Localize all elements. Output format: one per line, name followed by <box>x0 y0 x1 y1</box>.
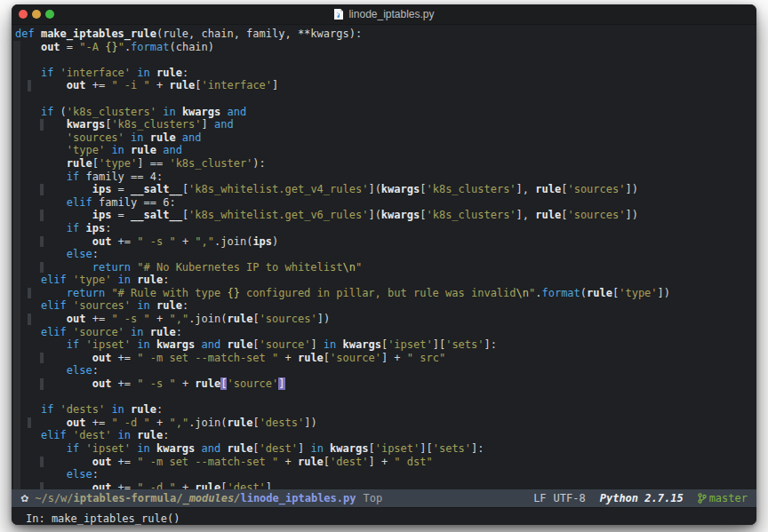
window-title: linode_iptables.py <box>348 8 434 20</box>
eldoc-hint: In: make_iptables_rule() <box>26 512 180 525</box>
code-line[interactable]: 'type' in rule and <box>12 144 756 157</box>
major-mode-label: Python 2.7.15 <box>600 492 684 504</box>
code-line[interactable]: else: <box>12 364 756 377</box>
code-line[interactable] <box>12 53 756 67</box>
code-line[interactable]: def make_iptables_rule(rule, chain, fami… <box>12 28 756 41</box>
minibuffer[interactable]: In: make_iptables_rule() <box>12 507 756 525</box>
code-line[interactable]: else: <box>12 248 756 261</box>
code-line[interactable]: if 'ipset' in kwargs and rule['source'] … <box>12 338 756 352</box>
code-line[interactable]: if family == 4: <box>12 171 756 184</box>
title-bar[interactable]: linode_iptables.py <box>12 4 756 25</box>
indent-guide <box>40 378 44 390</box>
buffer-modified-icon: ✿ <box>20 493 28 504</box>
file-path-modules: _modules/ <box>182 492 240 504</box>
code-line[interactable] <box>12 391 756 404</box>
indent-guide <box>40 262 44 274</box>
code-line[interactable]: if ('k8s_clusters' in kwargs and <box>12 106 756 119</box>
code-line[interactable]: out += " -i " + rule['interface'] <box>12 79 756 92</box>
code-line[interactable]: if 'ipset' in kwargs and rule['dest'] in… <box>12 442 756 456</box>
mode-line: ✿ ~/s/w/iptables-formula/_modules/linode… <box>12 489 756 507</box>
code-line[interactable]: elif 'dest' in rule: <box>12 429 756 442</box>
indent-guide <box>28 80 31 91</box>
code-line[interactable]: elif 'sources' in rule: <box>12 299 756 313</box>
code-line[interactable]: out += " -d " + ",".join(rule['dests']) <box>12 417 756 430</box>
code-line[interactable]: rule['type'] == 'k8s_cluster'): <box>12 157 756 171</box>
code-area[interactable]: def make_iptables_rule(rule, chain, fami… <box>12 25 756 489</box>
file-path-dir: iptables-formula/ <box>74 492 183 504</box>
eol-indicator: LF <box>533 492 546 504</box>
code-line[interactable]: elif family == 6: <box>12 196 756 210</box>
indent-guide <box>28 288 31 299</box>
code-line[interactable]: elif 'type' in rule: <box>12 274 756 287</box>
indent-guide <box>40 184 44 195</box>
file-name: linode_iptables.py <box>240 492 356 504</box>
code-line[interactable]: out += " -s " + ",".join(rule['sources']… <box>12 313 756 326</box>
code-line[interactable]: if ips: <box>12 222 756 235</box>
code-line[interactable]: out += " -d " + rule['dest'] <box>12 481 756 489</box>
screenshot-stage: linode_iptables.py def make_iptables_rul… <box>0 0 768 532</box>
code-line[interactable]: if 'dests' in rule: <box>12 403 756 417</box>
encoding-indicator: UTF-8 <box>554 492 586 504</box>
indent-guide <box>40 353 44 364</box>
code-line[interactable]: ips = __salt__['k8s_whitelist.get_v6_rul… <box>12 209 756 222</box>
indent-guide <box>40 119 44 131</box>
code-line[interactable]: else: <box>12 468 756 481</box>
git-branch-icon <box>698 493 707 504</box>
code-line[interactable]: out += " -s " + rule['source'] <box>12 377 756 391</box>
indent-guide <box>28 314 31 325</box>
editor-window: linode_iptables.py def make_iptables_rul… <box>12 4 756 525</box>
indent-guide <box>28 417 31 429</box>
modeline-right: LF UTF-8 Python 2.7.15 master <box>533 492 748 504</box>
indent-guide <box>40 457 44 468</box>
file-icon <box>333 8 344 20</box>
code-line[interactable]: out = "-A {}".format(chain) <box>12 41 756 54</box>
file-path-prefix: ~/s/w/ <box>35 492 73 504</box>
code-line[interactable]: ips = __salt__['k8s_whitelist.get_v4_rul… <box>12 183 756 196</box>
code-line[interactable]: out += " -s " + ",".join(ips) <box>12 235 756 249</box>
code-line[interactable]: kwargs['k8s_clusters'] and <box>12 118 756 131</box>
code-line[interactable]: out += " -m set --match-set " + rule['de… <box>12 456 756 469</box>
code-line[interactable] <box>12 92 756 106</box>
scroll-position: Top <box>363 492 382 504</box>
window-title-area: linode_iptables.py <box>12 4 756 24</box>
code-line[interactable]: out += " -m set --match-set " + rule['so… <box>12 352 756 365</box>
code-line[interactable]: return "# Rule with type {} configured i… <box>12 287 756 300</box>
indent-guide <box>40 236 44 248</box>
indent-guide <box>40 482 44 489</box>
code-line[interactable]: return "# No Kubernetes IP to whitelist\… <box>12 261 756 274</box>
code-line[interactable]: if 'interface' in rule: <box>12 67 756 80</box>
git-branch-name: master <box>709 492 748 504</box>
git-branch: master <box>698 492 748 504</box>
code-line[interactable]: 'sources' in rule and <box>12 131 756 145</box>
indent-guide <box>40 210 44 221</box>
code-line[interactable]: elif 'source' in rule: <box>12 326 756 339</box>
